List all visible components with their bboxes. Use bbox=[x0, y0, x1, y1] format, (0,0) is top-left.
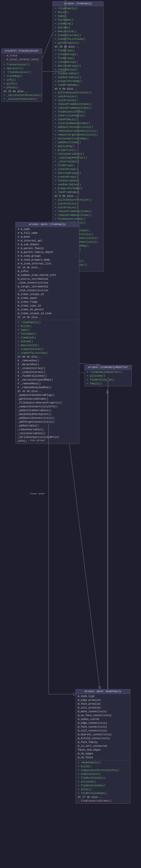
trace-accessor-box: Arccore::TraceAccessor - m_trace - m_loc… bbox=[1, 49, 42, 102]
node-family-title: Arcane::mesh::NodeFamily bbox=[76, 689, 130, 694]
item-family-modifier-box: Arcane::ItemFamilyModifier + ~ItemFamily… bbox=[85, 365, 132, 386]
diagram-container: Arcane::ItemFamily + ~ItemFamily() + bui… bbox=[0, 0, 141, 868]
items-owner-label: items owner bbox=[30, 493, 45, 495]
svg-line-6 bbox=[67, 421, 100, 689]
node-family-box: Arcane::mesh::NodeFamily m_node_type m_e… bbox=[75, 689, 131, 804]
mesh-item-family-methods: + ~ItemFamily() + build() + name() + ful… bbox=[16, 320, 79, 443]
item-family-modifier-methods: + ~ItemFamilyModifier() + allocOne() + f… bbox=[85, 370, 132, 386]
svg-marker-9 bbox=[106, 390, 109, 393]
item-family-modifier-title: Arcane::ItemFamilyModifier bbox=[85, 365, 132, 370]
item-family-title: Arcane::ItemFamily bbox=[53, 2, 103, 6]
item-groups-label: item groups bbox=[30, 439, 45, 442]
node-family-methods: + ~NodeFamily() + build() + computeSynch… bbox=[76, 760, 130, 803]
trace-accessor-methods: + TraceAccessor() + operator=() + ~Trace… bbox=[2, 62, 42, 101]
node-family-fields: m_node_type m_edge_prealloc m_face_preal… bbox=[76, 694, 130, 760]
trace-accessor-title: Arccore::TraceAccessor bbox=[2, 49, 42, 53]
mesh-item-family-title: Arcane::mesh::ItemFamily bbox=[16, 222, 79, 227]
mesh-item-family-box: Arcane::mesh::ItemFamily # m_name # m_fu… bbox=[15, 222, 79, 444]
trace-accessor-fields: - m_trace - m_local_verbose_level bbox=[2, 53, 42, 62]
mesh-item-family-fields: # m_name # m_full_name # m_mesh # m_inte… bbox=[16, 227, 79, 320]
